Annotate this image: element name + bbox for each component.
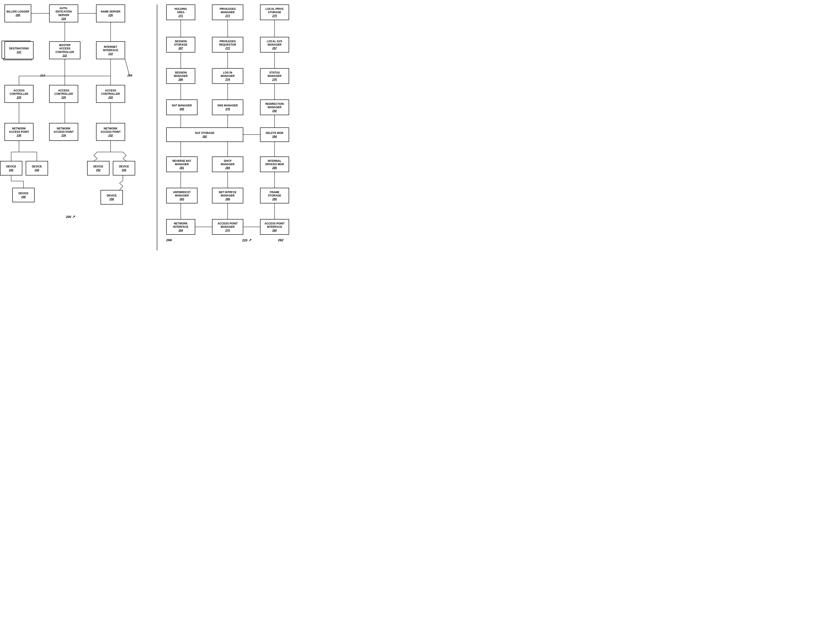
right-diagram: HOLDINGAREA 271 PRIVILEGESMANAGER 273 LO… [159,0,420,255]
ac1-box: ACCESSCONTROLLER 220 [5,85,34,103]
device-254-num: 254 [122,169,126,172]
delete-mgr-box: DELETE MGR 268 [260,127,289,142]
priv-manager-num: 273 [225,14,230,18]
priv-requestor-label: PRIVILEGESREQUESTOR [219,40,236,47]
net-intrfce-num: 298 [225,198,230,201]
int-srvcs-mgr-num: 288 [272,166,277,170]
frame-storage-num: 290 [272,198,277,201]
label-266: 266 [166,238,172,242]
master-ac-box: MASTERACCESSCONTROLLER 222 [49,41,80,59]
delete-mgr-num: 268 [272,135,277,139]
priv-requestor-box: PRIVILEGESREQUESTOR 272 [212,37,243,52]
nap2-box: NETWORKACCESS POINT 234 [49,123,78,141]
auth-server-box: AUTH-ENTICATIONSERVER 224 [49,5,78,22]
ac3-num: 220 [109,96,113,100]
int-srvcs-mgr-label: INTERNALSRVICES MGR [265,160,284,166]
device-244-num: 244 [35,169,39,172]
main-diagram: BILLER/ LOGGER 206 AUTH-ENTICATIONSERVER… [0,0,420,255]
priv-requestor-num: 272 [225,47,230,50]
internet-interface-num: 210 [109,52,113,56]
biller-logger-num: 206 [15,14,20,17]
net-intrfce-label: NET INTRFCEMANAGER [219,191,236,198]
device-256-box: DEVICE 256 [101,190,123,204]
redirect-manager-label: REDIRECTIONMANAGER [265,102,284,109]
rev-nat-manager-label: REVERSE NATMANAGER [173,160,191,166]
master-ac-label: MASTERACCESSCONTROLLER [55,44,74,54]
device-246-num: 246 [21,195,26,199]
nap1-label: NETWORKACCESS POINT [9,127,29,134]
nap3-box: NETWORKACCESS POINT 232 [96,123,125,141]
diagram-divider [157,5,157,250]
delete-mgr-label: DELETE MGR [266,132,283,135]
master-ac-num: 222 [63,54,67,58]
dhcp-manager-box: DHCPMANAGER 284 [212,157,243,172]
login-manager-num: 274 [225,78,230,81]
ac3-box: ACCESSCONTROLLER 220 [96,85,125,103]
auth-server-label: AUTH-ENTICATIONSERVER [56,7,72,17]
holding-area-label: HOLDINGAREA [174,8,187,14]
device-252-label: DEVICE [93,165,103,169]
arp-manager-box: ARP/BRDCSTMANAGER 283 [166,188,197,203]
ac2-box: ACCESSCONTROLLER 220 [49,85,78,103]
local-svs-num: 297 [272,47,277,50]
frame-storage-box: FRAMESTORAGE 290 [260,188,289,203]
local-privs-box: LOCAL PRIVSSTORAGE 275 [260,5,289,20]
network-interface-label: NETWORKINTERFACE [173,222,188,229]
label-200: 200 ↗ [66,215,75,219]
nap1-num: 230 [17,134,21,138]
priv-manager-label: PRIVILEGESMANAGER [220,8,236,14]
frame-storage-label: FRAMESTORAGE [268,191,281,198]
name-server-num: 226 [109,14,113,17]
dns-manager-num: 278 [225,107,230,111]
nat-storage-num: 282 [202,135,207,139]
name-server-label: NAME SERVER [101,10,121,14]
device-244-box: DEVICE 244 [26,161,48,175]
ap-manager-num: 270 [225,229,230,232]
dns-manager-box: DNS MANAGER 278 [212,100,243,115]
network-interface-num: 264 [179,229,183,232]
destinations-label: DESTINATIONS [9,47,29,51]
device-242-num: 242 [9,169,14,172]
sess-storage-num: 287 [179,47,183,50]
nat-storage-box: NAT STORAGE 282 [166,127,243,142]
arrow-200: ↗ [72,215,75,219]
status-manager-num: 276 [272,78,277,81]
device-254-label: DEVICE [119,165,129,169]
sess-manager-num: 286 [179,78,183,81]
biller-logger-label: BILLER/ LOGGER [6,10,29,14]
ac1-label: ACCESSCONTROLLER [9,89,28,96]
ac3-label: ACCESSCONTROLLER [101,89,120,96]
label-262: 262 [278,238,283,242]
right-connectors [159,0,420,250]
ac1-num: 220 [17,96,21,100]
device-246-box: DEVICE 246 [12,188,35,202]
sess-storage-box: SESSIONSTORAGE 287 [166,37,195,52]
label-220-right: 220 ↗ [242,238,251,242]
ap-interface-box: ACCESS POINTINTERFACE 260 [260,219,289,235]
holding-area-box: HOLDINGAREA 271 [166,5,195,20]
redirect-manager-num: 292 [272,109,277,113]
status-manager-label: STATUSMANAGER [268,71,282,78]
local-svs-label: LOCAL SVSMANAGER [267,40,282,47]
internet-interface-label: INTERNETINTERFACE [103,45,118,52]
arp-manager-num: 283 [180,198,184,201]
device-244-label: DEVICE [32,165,42,169]
login-manager-label: LOG INMANAGER [221,71,234,78]
dhcp-manager-num: 284 [225,166,230,170]
device-246-label: DEVICE [18,192,29,195]
login-manager-box: LOG INMANAGER 274 [212,68,243,84]
nap1-box: NETWORKACCESS POINT 230 [5,123,34,141]
device-242-label: DEVICE [6,165,16,169]
sess-manager-label: SESSIONMANAGER [174,71,188,78]
device-256-label: DEVICE [107,194,117,198]
internet-interface-box: INTERNETINTERFACE 210 [96,41,125,59]
nat-manager-box: NAT MANAGER 280 [166,100,197,115]
ac2-num: 220 [61,96,66,100]
status-manager-box: STATUSMANAGER 276 [260,68,289,84]
nap3-num: 232 [109,134,113,138]
ap-interface-label: ACCESS POINTINTERFACE [265,222,285,229]
sess-storage-label: SESSIONSTORAGE [174,40,187,47]
nat-manager-num: 280 [180,107,184,111]
nap2-num: 234 [61,134,66,138]
sess-manager-box: SESSIONMANAGER 286 [166,68,195,84]
